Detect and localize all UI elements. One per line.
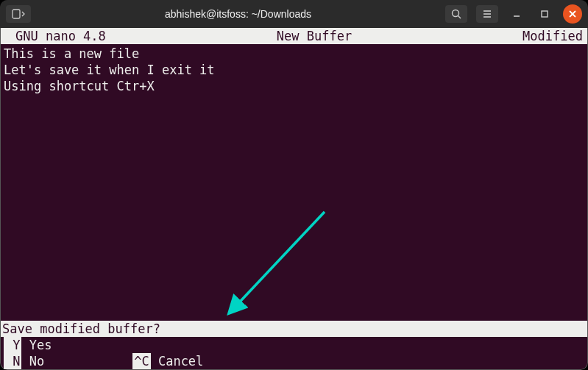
hamburger-icon xyxy=(482,9,492,19)
minimize-icon xyxy=(512,10,521,18)
nano-cancel-key[interactable]: ^C xyxy=(132,353,150,369)
maximize-button[interactable] xyxy=(535,4,554,24)
search-icon xyxy=(451,9,461,19)
nano-save-prompt-text: Save modified buffer? xyxy=(2,321,160,337)
nano-option-yes-row: Y Yes xyxy=(1,337,587,353)
close-icon xyxy=(568,10,577,18)
svg-rect-7 xyxy=(542,11,548,17)
nano-editor-content[interactable]: This is a new file Let's save it when I … xyxy=(1,44,587,321)
terminal-window: abhishek@itsfoss: ~/Downloads xyxy=(0,0,588,370)
nano-no-label: No xyxy=(21,353,44,369)
nano-no-key[interactable]: N xyxy=(4,353,21,369)
nano-save-prompt-bar: Save modified buffer? xyxy=(1,321,587,337)
svg-point-1 xyxy=(453,10,459,17)
nano-version: GNU nano 4.8 xyxy=(2,28,106,44)
new-tab-icon xyxy=(12,9,25,19)
maximize-icon xyxy=(540,10,549,18)
window-title: abhishek@itsfoss: ~/Downloads xyxy=(35,8,441,20)
search-button[interactable] xyxy=(445,5,467,23)
window-titlebar: abhishek@itsfoss: ~/Downloads xyxy=(0,0,588,28)
nano-yes-key[interactable]: Y xyxy=(4,337,21,353)
nano-cancel-label: Cancel xyxy=(151,353,204,369)
menu-button[interactable] xyxy=(476,5,498,23)
window-controls xyxy=(445,4,582,24)
new-tab-button[interactable] xyxy=(6,5,31,23)
nano-option-no-cancel-row: N No^C Cancel xyxy=(1,353,587,369)
svg-line-2 xyxy=(458,16,461,19)
close-button[interactable] xyxy=(563,4,582,24)
svg-rect-0 xyxy=(13,10,20,18)
terminal-area[interactable]: GNU nano 4.8 New Buffer Modified This is… xyxy=(0,28,588,370)
nano-buffer-name: New Buffer xyxy=(106,28,523,44)
nano-modified-status: Modified xyxy=(523,28,586,44)
minimize-button[interactable] xyxy=(507,4,526,24)
nano-header-bar: GNU nano 4.8 New Buffer Modified xyxy=(1,28,587,44)
nano-yes-label: Yes xyxy=(21,337,52,353)
